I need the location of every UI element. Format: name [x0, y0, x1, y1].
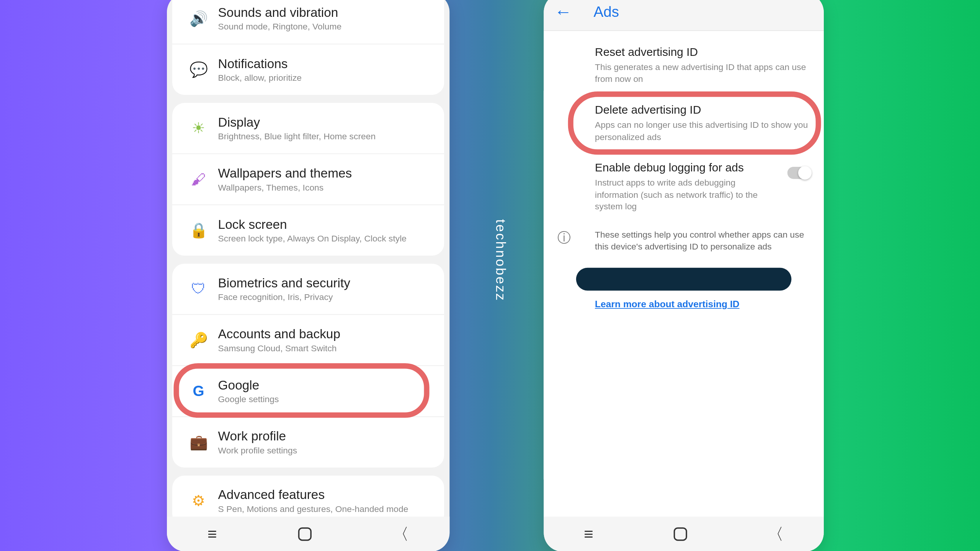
- ads-item[interactable]: Enable debug logging for adsInstruct app…: [544, 152, 823, 222]
- ads-cta-button[interactable]: [576, 268, 792, 291]
- nav-recent-icon[interactable]: ≡: [207, 525, 217, 543]
- nav-home-icon[interactable]: [674, 527, 687, 541]
- ads-info-text: These settings help you control whether …: [595, 228, 810, 253]
- settings-subtitle: S Pen, Motions and gestures, One-handed …: [218, 504, 435, 514]
- settings-subtitle: Screen lock type, Always On Display, Clo…: [218, 233, 435, 243]
- settings-title: Work profile: [218, 429, 435, 444]
- settings-title: Biometrics and security: [218, 276, 435, 291]
- ads-item-subtitle: Instruct apps to write ads debugging inf…: [595, 177, 777, 213]
- settings-row-notif[interactable]: 💬NotificationsBlock, allow, prioritize: [172, 44, 444, 95]
- settings-row-sound[interactable]: 🔊Sounds and vibrationSound mode, Rington…: [172, 0, 444, 44]
- back-arrow-icon[interactable]: ←: [555, 2, 572, 22]
- settings-title: Google: [218, 378, 435, 393]
- display-icon: ☀: [185, 119, 213, 137]
- lock-icon: 🔒: [185, 222, 213, 239]
- nav-back-icon[interactable]: 〈: [768, 523, 784, 545]
- nav-back-icon[interactable]: 〈: [393, 523, 409, 545]
- ads-header-title: Ads: [594, 3, 619, 21]
- phone-ads: ← Ads Reset advertising IDThis generates…: [544, 0, 823, 551]
- ads-item[interactable]: Delete advertising IDApps can no longer …: [544, 94, 823, 152]
- settings-row-lock[interactable]: 🔒Lock screenScreen lock type, Always On …: [172, 205, 444, 256]
- acct-icon: 🔑: [185, 331, 213, 349]
- learn-more-link[interactable]: Learn more about advertising ID: [595, 299, 739, 310]
- brand-watermark: technobezz: [493, 219, 508, 302]
- ads-item-title: Enable debug logging for ads: [595, 161, 777, 175]
- ads-item-title: Reset advertising ID: [595, 46, 810, 59]
- ads-item-subtitle: This generates a new advertising ID that…: [595, 61, 810, 85]
- settings-subtitle: Wallpapers, Themes, Icons: [218, 182, 435, 192]
- ads-item-subtitle: Apps can no longer use this advertising …: [595, 119, 810, 143]
- toggle-switch[interactable]: [787, 167, 810, 179]
- settings-row-work[interactable]: 💼Work profileWork profile settings: [172, 417, 444, 468]
- work-icon: 💼: [185, 434, 213, 451]
- settings-subtitle: Sound mode, Ringtone, Volume: [218, 21, 435, 31]
- ads-header: ← Ads: [544, 0, 823, 31]
- phone-settings: 🔊Sounds and vibrationSound mode, Rington…: [167, 0, 449, 551]
- settings-row-display[interactable]: ☀DisplayBrightness, Blue light filter, H…: [172, 103, 444, 154]
- settings-subtitle: Google settings: [218, 394, 435, 404]
- notif-icon: 💬: [185, 61, 213, 78]
- settings-subtitle: Samsung Cloud, Smart Switch: [218, 343, 435, 353]
- settings-subtitle: Brightness, Blue light filter, Home scre…: [218, 131, 435, 141]
- info-icon: ⓘ: [557, 228, 595, 253]
- settings-title: Advanced features: [218, 488, 435, 503]
- settings-title: Accounts and backup: [218, 327, 435, 342]
- settings-row-acct[interactable]: 🔑Accounts and backupSamsung Cloud, Smart…: [172, 315, 444, 366]
- sound-icon: 🔊: [185, 10, 213, 27]
- nav-home-icon[interactable]: [298, 527, 312, 541]
- settings-title: Lock screen: [218, 217, 435, 232]
- google-icon: G: [185, 382, 213, 400]
- settings-row-google[interactable]: GGoogleGoogle settings: [172, 366, 444, 417]
- nav-bar-right: ≡ 〈: [544, 517, 823, 551]
- nav-bar: ≡ 〈: [167, 517, 449, 551]
- bio-icon: 🛡: [185, 280, 213, 298]
- adv-icon: ⚙: [185, 492, 213, 510]
- settings-title: Notifications: [218, 57, 435, 72]
- settings-row-wall[interactable]: 🖌Wallpapers and themesWallpapers, Themes…: [172, 154, 444, 205]
- ads-item[interactable]: Reset advertising IDThis generates a new…: [544, 36, 823, 94]
- settings-subtitle: Block, allow, prioritize: [218, 73, 435, 83]
- settings-row-bio[interactable]: 🛡Biometrics and securityFace recognition…: [172, 264, 444, 315]
- wall-icon: 🖌: [185, 171, 213, 188]
- settings-subtitle: Work profile settings: [218, 445, 435, 455]
- settings-title: Display: [218, 115, 435, 130]
- settings-subtitle: Face recognition, Iris, Privacy: [218, 292, 435, 302]
- nav-recent-icon[interactable]: ≡: [584, 525, 593, 543]
- settings-title: Wallpapers and themes: [218, 166, 435, 181]
- settings-title: Sounds and vibration: [218, 5, 435, 20]
- ads-item-title: Delete advertising ID: [595, 104, 810, 117]
